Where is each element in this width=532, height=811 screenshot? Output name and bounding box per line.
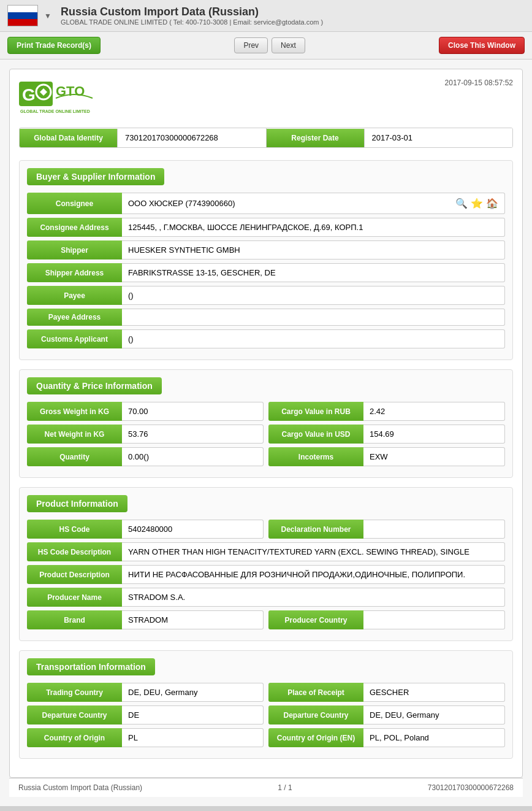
hs-code-label: HS Code [27, 520, 122, 539]
logo-header: G GLOBAL TRADE ONLINE LIMITED GTO 2017-0… [19, 79, 513, 118]
shipper-address-row: Shipper Address FABRIKSTRASSE 13-15, GES… [27, 263, 505, 282]
net-weight-label: Net Weight in KG [27, 425, 122, 444]
next-button[interactable]: Next [272, 37, 305, 53]
departure-country-en-group: Departure Country DE, DEU, Germany [268, 705, 505, 725]
net-weight-value: 53.76 [122, 425, 264, 444]
customs-applicant-value: () [122, 329, 505, 348]
shipper-value: HUESKER SYNTHETIC GMBH [122, 240, 505, 259]
place-of-receipt-value: GESCHER [363, 683, 505, 702]
svg-text:GLOBAL TRADE ONLINE LIMITED: GLOBAL TRADE ONLINE LIMITED [20, 109, 90, 113]
gross-weight-value: 70.00 [122, 402, 264, 421]
payee-value: () [122, 286, 505, 305]
payee-label: Payee [27, 286, 122, 305]
consignee-text: ООО ХЮСКЕР (7743900660) [128, 199, 235, 208]
departure-country-label: Departure Country [27, 705, 122, 725]
quantity-incoterms-row: Quantity 0.00() Incoterms EXW [27, 447, 505, 466]
identity-row: Global Data Identity 7301201703000006722… [19, 128, 513, 148]
top-header: ▼ Russia Custom Import Data (Russian) GL… [0, 0, 532, 32]
gross-weight-label: Gross Weight in KG [27, 402, 122, 421]
footer-right: 730120170300000672268 [428, 783, 514, 792]
toolbar-center: Prev Next [234, 37, 305, 53]
header-subtitle: GLOBAL TRADE ONLINE LIMITED ( Tel: 400-7… [61, 18, 323, 26]
producer-name-value: STRADOM S.A. [122, 588, 505, 607]
home-icon[interactable]: 🏠 [486, 198, 498, 209]
header-title-block: Russia Custom Import Data (Russian) GLOB… [61, 6, 323, 26]
cargo-value-rub-group: Cargo Value in RUB 2.42 [268, 402, 505, 421]
producer-country-group: Producer Country [268, 610, 505, 629]
producer-country-label: Producer Country [268, 610, 363, 629]
hs-code-description-value: YARN OTHER THAN HIGH TENACITY/TEXTURED Y… [122, 542, 505, 561]
register-date-label: Register Date [267, 129, 365, 147]
producer-name-label: Producer Name [27, 588, 122, 607]
svg-text:G: G [22, 85, 36, 104]
trading-country-value: DE, DEU, Germany [122, 683, 264, 702]
payee-address-label: Payee Address [27, 309, 122, 326]
page-title: Russia Custom Import Data (Russian) [61, 6, 323, 18]
flag-dropdown-icon[interactable]: ▼ [44, 12, 51, 20]
record-timestamp: 2017-09-15 08:57:52 [445, 79, 513, 87]
producer-name-row: Producer Name STRADOM S.A. [27, 588, 505, 607]
payee-address-value [122, 309, 505, 326]
print-button[interactable]: Print Trade Record(s) [7, 37, 101, 54]
star-icon[interactable]: ⭐ [471, 198, 483, 209]
shipper-address-value: FABRIKSTRASSE 13-15, GESCHER, DE [122, 263, 505, 282]
place-of-receipt-label: Place of Receipt [268, 683, 363, 702]
consignee-icons: 🔍 ⭐ 🏠 [455, 198, 498, 209]
consignee-row: Consignee ООО ХЮСКЕР (7743900660) 🔍 ⭐ 🏠 [27, 193, 505, 214]
producer-country-value [363, 610, 505, 629]
transportation-section: Transportation Information Trading Count… [19, 650, 513, 759]
shipper-label: Shipper [27, 240, 122, 259]
search-icon[interactable]: 🔍 [455, 198, 468, 209]
shipper-row: Shipper HUESKER SYNTHETIC GMBH [27, 240, 505, 259]
brand-group: Brand STRADOM [27, 610, 264, 629]
country-of-origin-en-label: Country of Origin (EN) [268, 728, 363, 747]
product-description-label: Product Description [27, 565, 122, 584]
main-content: G GLOBAL TRADE ONLINE LIMITED GTO 2017-0… [0, 60, 532, 806]
buyer-supplier-title: Buyer & Supplier Information [27, 168, 164, 185]
footer-left: Russia Custom Import Data (Russian) [18, 783, 142, 792]
gross-weight-group: Gross Weight in KG 70.00 [27, 402, 264, 421]
shipper-address-label: Shipper Address [27, 263, 122, 282]
customs-applicant-row: Customs Applicant () [27, 329, 505, 348]
register-date-value: 2017-03-01 [365, 128, 513, 147]
quantity-label: Quantity [27, 447, 122, 466]
hscode-declaration-row: HS Code 5402480000 Declaration Number [27, 520, 505, 539]
toolbar: Print Trade Record(s) Prev Next Close Th… [0, 32, 532, 60]
country-origin-row: Country of Origin PL Country of Origin (… [27, 728, 505, 747]
quantity-value: 0.00() [122, 447, 264, 466]
departure-country-group: Departure Country DE [27, 705, 264, 725]
consignee-address-row: Consignee Address 125445, , Г.МОСКВА, ШО… [27, 218, 505, 237]
customs-applicant-label: Customs Applicant [27, 329, 122, 348]
departure-country-row: Departure Country DE Departure Country D… [27, 705, 505, 725]
cargo-value-usd-value: 154.69 [363, 425, 505, 444]
cargo-value-rub-label: Cargo Value in RUB [268, 402, 363, 421]
product-description-value: НИТИ НЕ РАСФАСОВАННЫЕ ДЛЯ РОЗНИЧНОЙ ПРОД… [122, 565, 505, 584]
consignee-address-value: 125445, , Г.МОСКВА, ШОССЕ ЛЕНИНГРАДСКОЕ,… [122, 218, 505, 237]
payee-row: Payee () [27, 286, 505, 305]
global-data-identity-value: 730120170300000672268 [118, 128, 267, 147]
footer-center: 1 / 1 [278, 783, 292, 792]
product-title: Product Information [27, 495, 127, 512]
country-of-origin-en-value: PL, POL, Poland [363, 728, 505, 747]
declaration-number-value [363, 520, 505, 539]
incoterms-group: Incoterms EXW [268, 447, 505, 466]
declaration-number-label: Declaration Number [268, 520, 363, 539]
cargo-value-usd-label: Cargo Value in USD [268, 425, 363, 444]
toolbar-right: Close This Window [439, 37, 525, 54]
product-description-row: Product Description НИТИ НЕ РАСФАСОВАННЫ… [27, 565, 505, 584]
toolbar-left: Print Trade Record(s) [7, 37, 101, 54]
record-card: G GLOBAL TRADE ONLINE LIMITED GTO 2017-0… [9, 69, 523, 778]
departure-country-en-value: DE, DEU, Germany [363, 705, 505, 725]
net-weight-group: Net Weight in KG 53.76 [27, 425, 264, 444]
trading-country-label: Trading Country [27, 683, 122, 702]
hs-code-group: HS Code 5402480000 [27, 520, 264, 539]
brand-label: Brand [27, 610, 122, 629]
payee-address-row: Payee Address [27, 309, 505, 326]
company-logo: G GLOBAL TRADE ONLINE LIMITED GTO [19, 79, 117, 118]
consignee-address-label: Consignee Address [27, 218, 122, 237]
close-button[interactable]: Close This Window [439, 37, 525, 54]
russia-flag-icon [7, 5, 38, 26]
prev-button[interactable]: Prev [234, 37, 268, 53]
quantity-price-section: Quantity & Price Information Gross Weigh… [19, 369, 513, 478]
brand-value: STRADOM [122, 610, 264, 629]
